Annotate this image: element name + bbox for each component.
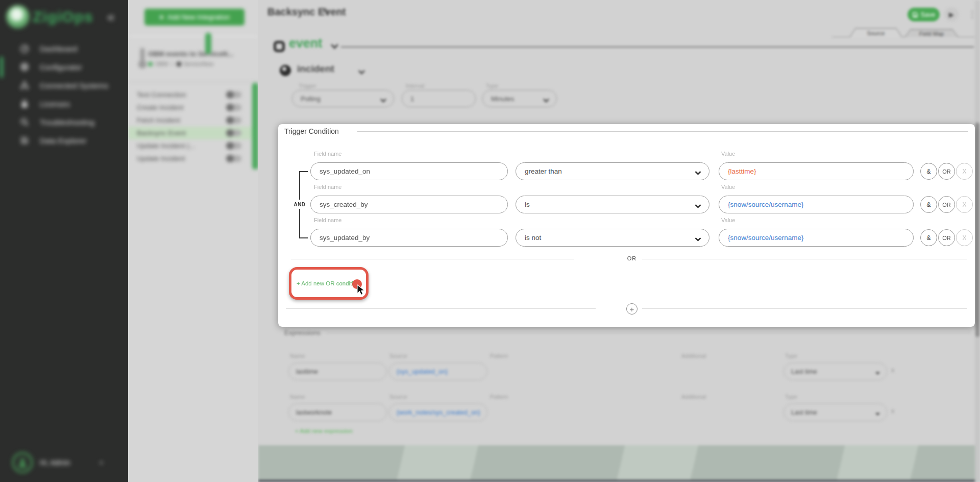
- remove-condition-button[interactable]: X: [956, 196, 973, 213]
- action-item-backsync-event[interactable]: Backsync Event: [128, 127, 258, 139]
- condition-operator-select[interactable]: is: [516, 196, 709, 213]
- and-condition-button[interactable]: &: [920, 196, 937, 213]
- action-toggle[interactable]: [227, 142, 241, 149]
- col-source-label: Source: [389, 394, 407, 400]
- action-toggle[interactable]: [227, 117, 241, 124]
- expression-name-input[interactable]: lastworknote: [288, 403, 387, 421]
- action-toggle[interactable]: [227, 155, 241, 162]
- panel-scrollbar-thumb[interactable]: [252, 83, 258, 170]
- col-type-label: Type: [785, 353, 797, 359]
- section-rule: [341, 46, 974, 47]
- expression-type-select[interactable]: Last time: [783, 403, 887, 421]
- condition-value-input[interactable]: [719, 196, 914, 213]
- integration-path: OBM > ServiceNow: [148, 61, 213, 67]
- logo-text: ZigiOps: [33, 8, 93, 26]
- scrollbar-thumb[interactable]: [975, 123, 979, 337]
- save-icon: [912, 12, 918, 18]
- sidebar-collapse-icon[interactable]: «: [107, 9, 114, 25]
- tab-source[interactable]: Source: [849, 28, 902, 37]
- condition-field-input[interactable]: [310, 162, 508, 180]
- action-item-fetch-incident[interactable]: Fetch Incident: [128, 114, 258, 127]
- and-condition-button[interactable]: &: [920, 229, 937, 246]
- condition-field-input[interactable]: [310, 229, 508, 247]
- trigger-condition-title: Trigger Condition: [284, 127, 339, 135]
- sidebar-item-licenses[interactable]: Licenses: [0, 94, 128, 113]
- section-rule: [357, 131, 968, 132]
- action-item-update-incident-2[interactable]: Update Incident: [128, 152, 258, 165]
- value-label: Value: [721, 217, 735, 223]
- action-item-update-incident-1[interactable]: Update Incident (...: [128, 139, 258, 152]
- chevron-down-icon[interactable]: [358, 67, 365, 77]
- network-icon: [19, 80, 30, 90]
- sidebar-item-connected-systems[interactable]: Connected Systems: [0, 76, 128, 94]
- and-condition-button[interactable]: &: [920, 163, 937, 180]
- or-divider-line: [291, 259, 574, 259]
- chevron-down-icon: [875, 411, 880, 418]
- caret-up-icon[interactable]: ▲: [99, 460, 104, 465]
- remove-condition-button[interactable]: X: [956, 163, 973, 180]
- integrations-panel: + Add New Integration OBM events to Serv…: [128, 0, 258, 482]
- sidebar-item-configurator[interactable]: Configurator: [0, 58, 128, 76]
- remove-expression-icon[interactable]: x: [891, 407, 894, 415]
- chevron-down-icon: [695, 169, 701, 177]
- entity-name[interactable]: event: [289, 36, 322, 51]
- expression-source-input[interactable]: {work_notes/sys_created_on}: [389, 403, 487, 421]
- chevron-down-icon: [380, 97, 386, 104]
- action-toggle[interactable]: [227, 104, 241, 111]
- expression-type-select[interactable]: Last time: [783, 363, 887, 380]
- condition-field-input[interactable]: [310, 196, 508, 213]
- col-type-label: Type: [785, 394, 797, 400]
- save-button[interactable]: Save: [908, 8, 940, 21]
- condition-operator-select[interactable]: greater than: [516, 162, 709, 180]
- incident-entity-icon: [280, 65, 291, 76]
- col-name-label: Name: [290, 353, 305, 359]
- condition-value-input[interactable]: [719, 229, 914, 247]
- action-item-test-connection[interactable]: Test Connection: [128, 88, 258, 101]
- action-toggle[interactable]: [227, 91, 241, 98]
- chevron-down-icon: [695, 235, 701, 243]
- value-label: Value: [721, 184, 735, 190]
- condition-value-input[interactable]: [719, 162, 914, 180]
- edit-pencil-icon[interactable]: ✎: [323, 6, 330, 17]
- or-condition-button[interactable]: OR: [938, 196, 955, 213]
- user-avatar[interactable]: [12, 452, 33, 473]
- or-condition-button[interactable]: OR: [938, 229, 955, 246]
- col-source-label: Source: [389, 353, 407, 359]
- expression-name-input[interactable]: lasttime: [288, 363, 387, 380]
- interval-input[interactable]: 1: [402, 90, 476, 107]
- sub-entity-name[interactable]: incident: [297, 63, 334, 75]
- condition-operator-select[interactable]: is not: [516, 229, 709, 247]
- trigger-select[interactable]: Polling: [292, 90, 394, 107]
- integration-title[interactable]: OBM events to ServiceN...: [148, 50, 245, 58]
- or-condition-button[interactable]: OR: [938, 163, 955, 180]
- run-button[interactable]: ▶: [944, 7, 959, 21]
- search-icon: [19, 117, 30, 127]
- database-icon: [19, 135, 30, 146]
- remove-expression-icon[interactable]: x: [891, 367, 894, 374]
- footer-edge: [258, 480, 980, 482]
- add-new-integration-button[interactable]: + Add New Integration: [144, 9, 244, 26]
- remove-condition-button[interactable]: X: [956, 229, 973, 246]
- expression-source-input[interactable]: {sys_updated_on}: [389, 363, 487, 380]
- type-select[interactable]: Minutes: [482, 90, 557, 107]
- col-pattern-label: Pattern: [490, 394, 508, 400]
- chevron-down-icon[interactable]: [331, 42, 338, 51]
- source-status-dot: [148, 62, 153, 66]
- section-rule: [327, 332, 971, 333]
- action-item-create-incident[interactable]: Create Incident: [128, 101, 258, 114]
- value-label: Value: [721, 151, 735, 157]
- card-scrollbar-thumb[interactable]: [205, 33, 211, 54]
- add-expression-link[interactable]: + Add new expression: [295, 428, 353, 434]
- sidebar-item-data-explorer[interactable]: Data Explorer: [0, 131, 128, 150]
- gear-icon: [19, 62, 30, 72]
- tab-field-map[interactable]: Field Map: [904, 29, 959, 37]
- and-bracket-stub: [299, 237, 308, 238]
- add-condition-group-button[interactable]: +: [626, 303, 638, 315]
- page-title: Backsync Event: [267, 6, 346, 18]
- or-divider-line: [642, 259, 967, 259]
- dashboard-icon: [19, 43, 30, 54]
- action-toggle[interactable]: [227, 130, 241, 136]
- sidebar-item-troubleshooting[interactable]: Troubleshooting: [0, 113, 128, 131]
- sidebar-item-dashboard[interactable]: Dashboard: [0, 39, 128, 58]
- field-name-label: Field name: [314, 151, 341, 157]
